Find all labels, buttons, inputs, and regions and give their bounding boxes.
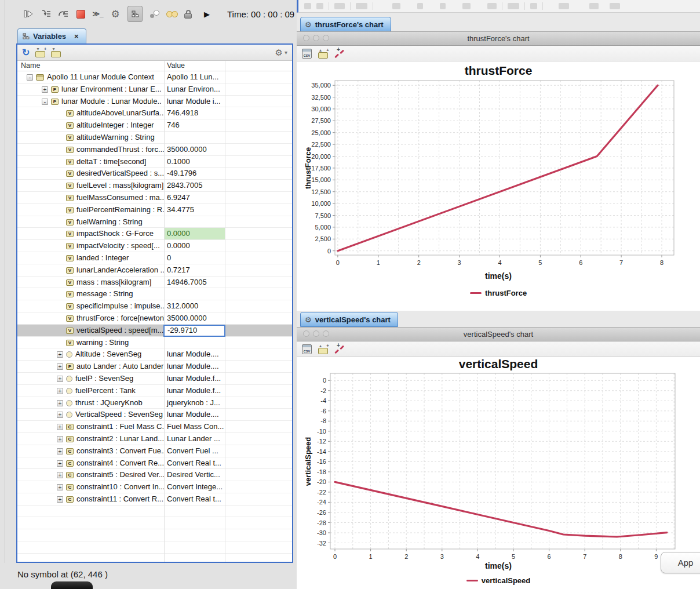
resume-icon[interactable]	[23, 8, 34, 20]
table-row[interactable]: VcommandedThrust : forc...35000.0000	[17, 144, 292, 156]
expander-icon[interactable]: +	[57, 496, 63, 503]
table-row[interactable]: +Cconstraint4 : Convert Re...Convert Rea…	[17, 457, 292, 470]
close-icon[interactable]: ×	[74, 32, 79, 41]
expander-icon[interactable]: +	[57, 472, 63, 478]
svg-text:-2: -2	[320, 387, 326, 394]
table-row[interactable]: VfuelWarning : String	[17, 216, 292, 228]
column-header-name[interactable]: Name	[21, 61, 40, 71]
svg-text:-4: -4	[320, 397, 326, 404]
variable-value: Apollo 11 Lun...	[164, 71, 225, 83]
table-row[interactable]: Vmass : mass[kilogram]14946.7005	[17, 277, 292, 289]
table-row[interactable]: +fuelP : SevenSeglunar Module.f...	[17, 373, 292, 385]
expander-icon[interactable]: -	[27, 74, 33, 81]
table-row[interactable]: +Cconstraint10 : Convert In...Convert In…	[17, 481, 292, 493]
step-into-icon[interactable]	[41, 8, 51, 20]
window-controls[interactable]	[303, 35, 329, 41]
export-csv-icon[interactable]: CSV	[302, 344, 312, 354]
window-titlebar[interactable]: thrustForce's chart	[297, 32, 700, 46]
svg-text:-18: -18	[317, 468, 326, 475]
expander-icon[interactable]: +	[57, 363, 63, 370]
settings-gear-icon[interactable]: ⚙	[110, 8, 121, 20]
table-row[interactable]: Vwarning : String	[17, 337, 292, 349]
table-row[interactable]: ValtitudeAboveLunarSurfa...746.4918	[17, 107, 292, 119]
expander-icon[interactable]: +	[57, 436, 63, 442]
column-divider[interactable]	[164, 71, 165, 563]
export-csv-icon[interactable]: CSV	[302, 49, 312, 59]
table-row[interactable]: ValtitudeInteger : Integer746	[17, 119, 292, 132]
table-row[interactable]: -Apollo 11 Lunar Module ContextApollo 11…	[17, 71, 292, 83]
linked-breakpoints-icon[interactable]	[167, 8, 177, 20]
expander-icon[interactable]: +	[57, 388, 63, 394]
breakpoints-icon[interactable]	[150, 9, 160, 19]
expander-slot	[57, 328, 63, 334]
table-row[interactable]: +Cconstraint5 : Desired Ver...Desired Ve…	[17, 469, 292, 481]
table-row[interactable]: -Plunar Module : Lunar Module..lunar Mod…	[17, 96, 292, 108]
expander-icon[interactable]: +	[57, 351, 63, 358]
table-row[interactable]: +Altitude : SevenSeglunar Module....	[17, 348, 292, 361]
show-variables-icon[interactable]	[127, 6, 143, 22]
table-row[interactable]: VthrustForce : force[newton]35000.0000	[17, 312, 292, 325]
expander-icon[interactable]: +	[57, 460, 63, 467]
table-row[interactable]: VfuelLevel : mass[kilogram]2843.7005	[17, 180, 292, 192]
view-menu-button[interactable]: ⚙ ▾	[275, 48, 287, 58]
column-header-value[interactable]: Value	[167, 61, 185, 71]
table-row[interactable]: +VerticalSpeed : SevenSeglunar Module...…	[17, 409, 292, 421]
table-row[interactable]: +thrust : JQueryKnobjqueryknob : J...	[17, 397, 292, 409]
table-row[interactable]: VdesiredVerticalSpeed : s...-49.1796	[17, 168, 292, 180]
table-row[interactable]: +Cconstraint3 : Convert Fue...Convert Fu…	[17, 445, 292, 457]
table-row[interactable]: +Pauto Lander : Auto Landerlunar Module.…	[17, 361, 292, 373]
table-row[interactable]: VspecificImpulse : impulse...312.0000	[17, 300, 292, 312]
table-row[interactable]: Vmessage : String	[17, 288, 292, 300]
collapse-variables-icon[interactable]: ▾	[51, 51, 61, 57]
plot-settings-icon[interactable]	[334, 345, 344, 354]
window-titlebar[interactable]: verticalSpeed's chart	[297, 328, 700, 341]
variable-name: desiredVerticalSpeed : s...	[76, 169, 164, 178]
table-row[interactable]: +Cconstraint2 : Lunar Land...Lunar Lande…	[17, 433, 292, 445]
chart-legend: thrustForce	[297, 289, 700, 297]
svg-text:-6: -6	[320, 408, 326, 415]
expander-icon[interactable]: +	[57, 448, 63, 455]
column-divider[interactable]	[225, 71, 225, 563]
svg-text:-10: -10	[317, 428, 326, 435]
expander-icon[interactable]: -	[42, 99, 48, 105]
add-signal-icon[interactable]: ▴+	[318, 52, 328, 59]
table-row[interactable]: +fuelPercent : Tanklunar Module.f...	[17, 385, 292, 397]
expander-icon[interactable]: +	[42, 86, 48, 93]
add-signal-icon[interactable]: ▴+	[318, 348, 328, 354]
tab-thrustforce-chart[interactable]: ⚙ thrustForce's chart	[300, 17, 391, 32]
window-controls[interactable]	[303, 330, 329, 337]
table-row[interactable]: VfuelMassConsumed : ma...6.9247	[17, 192, 292, 204]
table-row[interactable]: VdeltaT : time[second]0.1000	[17, 156, 292, 168]
table-row[interactable]: VimpactShock : G-Force0.0000	[17, 228, 292, 240]
variable-value[interactable]: -29.9710	[163, 325, 225, 337]
table-row[interactable]: +Plunar Environment : Lunar E...Lunar En…	[17, 83, 292, 96]
table-row[interactable]: +Cconstraint11 : Convert R...Convert Rea…	[17, 493, 292, 506]
apply-button[interactable]: App	[661, 552, 700, 573]
plot-settings-icon[interactable]	[334, 49, 344, 58]
step-return-icon[interactable]: ≫_	[93, 8, 103, 20]
expander-icon[interactable]: +	[57, 376, 63, 382]
run-icon[interactable]: ▶	[202, 8, 212, 20]
expander-icon[interactable]: +	[57, 484, 63, 490]
table-row[interactable]: ValtitudeWarning : String	[17, 132, 292, 144]
status-message: No symbol at (62, 446 )	[17, 569, 108, 579]
tab-variables[interactable]: Variables ×	[17, 28, 86, 43]
expander-icon[interactable]: +	[57, 400, 63, 406]
table-row[interactable]: VlunarLanderAcceleration ...0.7217	[17, 264, 292, 277]
show-added-variables-icon[interactable]: ▾+	[35, 51, 45, 57]
table-row[interactable]: VverticalSpeed : speed[m...-29.9710	[17, 325, 292, 337]
svg-text:-26: -26	[317, 509, 326, 516]
tab-verticalspeed-chart[interactable]: ⚙ verticalSpeed's chart	[300, 312, 398, 327]
variable-icon: V	[66, 255, 74, 261]
table-row[interactable]: VfuelPercentRemaining : R...34.4775	[17, 204, 292, 216]
table-row[interactable]: Vlanded : Integer0	[17, 252, 292, 264]
table-row[interactable]: +Cconstraint1 : Fuel Mass C...Fuel Mass …	[17, 421, 292, 433]
refresh-icon[interactable]: ↻	[22, 48, 30, 57]
expander-icon[interactable]: +	[57, 424, 63, 430]
variable-name: fuelPercent : Tank	[75, 386, 136, 395]
terminate-icon[interactable]	[75, 8, 86, 20]
table-row[interactable]: VimpactVelocity : speed[...0.0000	[17, 240, 292, 252]
step-over-icon[interactable]	[58, 8, 68, 20]
expander-icon[interactable]: +	[57, 412, 63, 418]
lock-icon[interactable]	[184, 10, 195, 19]
